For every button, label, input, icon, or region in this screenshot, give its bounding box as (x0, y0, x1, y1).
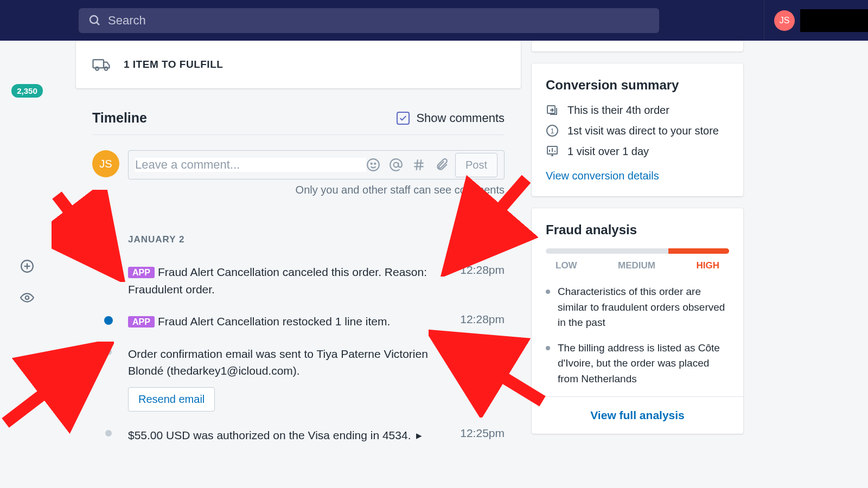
search-wrap[interactable] (79, 8, 659, 33)
attach-icon[interactable] (435, 158, 449, 172)
timeline-text: Fraud Alert Cancellation restocked 1 lin… (158, 315, 390, 328)
timeline-time: 12:25pm (460, 427, 505, 444)
conversion-card: Conversion summary This is their 4th ord… (532, 63, 743, 196)
show-comments-toggle[interactable]: Show comments (397, 111, 505, 125)
timeline-item: APPFraud Alert Cancellation restocked 1 … (76, 305, 521, 338)
svg-line-1 (97, 22, 99, 25)
svg-point-5 (25, 296, 29, 300)
side-column: Conversion summary This is their 4th ord… (532, 41, 760, 488)
svg-rect-6 (93, 60, 104, 68)
resend-email-button[interactable]: Resend email (128, 387, 215, 412)
conversion-item: 1 visit over 1 day (546, 145, 729, 158)
app-badge: APP (128, 316, 155, 328)
search-icon (88, 14, 101, 27)
add-icon[interactable] (20, 259, 34, 275)
timeline-time: 12:28pm (460, 313, 505, 330)
svg-point-10 (371, 163, 372, 164)
search-input[interactable] (108, 14, 649, 28)
post-button[interactable]: Post (455, 153, 497, 177)
truck-icon (92, 55, 112, 74)
app-badge: APP (128, 267, 155, 278)
eye-icon[interactable] (20, 291, 34, 307)
timeline-section: Timeline Show comments JS (76, 100, 521, 451)
topbar-right: JS (764, 0, 868, 41)
fraud-card: Fraud analysis LOWMEDIUMHIGH Characteris… (532, 208, 743, 434)
left-rail: 2,350 (0, 41, 54, 488)
redacted-name (800, 9, 868, 32)
svg-line-16 (420, 159, 421, 170)
svg-text:1: 1 (550, 127, 554, 135)
timeline-item: APPFraud Alert Cancellation canceled thi… (76, 256, 521, 305)
comment-hint: Only you and other staff can see comment… (76, 184, 521, 213)
timeline-text: Fraud Alert Cancellation canceled this o… (128, 266, 427, 296)
svg-point-7 (95, 67, 99, 70)
svg-point-9 (367, 159, 379, 171)
first-visit-icon: 1 (546, 124, 559, 137)
conversion-item: This is their 4th order (546, 104, 729, 117)
timeline-dot (105, 430, 112, 436)
svg-point-12 (394, 163, 399, 168)
fraud-item: Characteristics of this order are simila… (546, 284, 729, 331)
show-comments-label: Show comments (416, 111, 505, 125)
fulfill-card: 1 ITEM TO FULFILL (76, 41, 521, 88)
comment-input[interactable] (135, 158, 366, 172)
chart-icon (546, 145, 559, 158)
svg-point-0 (90, 16, 98, 23)
main-column: 1 ITEM TO FULFILL Timeline Show comments… (54, 41, 532, 488)
conversion-title: Conversion summary (546, 78, 729, 93)
svg-point-8 (105, 67, 108, 70)
fraud-labels: LOWMEDIUMHIGH (546, 260, 729, 271)
timeline-item: Order confirmation email was sent to Tiy… (76, 338, 521, 419)
timeline-text: $55.00 USD was authorized on the Visa en… (128, 429, 411, 441)
fraud-bar (546, 248, 729, 254)
repeat-icon (546, 104, 559, 117)
checkbox-icon (397, 112, 410, 125)
timeline-item: $55.00 USD was authorized on the Visa en… (76, 419, 521, 452)
mention-icon[interactable] (389, 158, 403, 172)
timeline-title: Timeline (92, 110, 147, 126)
timeline-dot (104, 316, 113, 325)
timeline-time: 12:28pm (460, 264, 505, 298)
timeline-dot (104, 267, 113, 275)
fraud-item: The billing address is listed as Côte d'… (546, 341, 729, 387)
timeline-dot (105, 349, 112, 355)
timeline-date: JANUARY 2 (76, 213, 521, 256)
caret-right-icon[interactable]: ▸ (416, 429, 422, 441)
fraud-title: Fraud analysis (546, 222, 729, 237)
svg-line-15 (417, 159, 418, 170)
side-card-stub (532, 41, 743, 52)
comment-avatar: JS (92, 150, 119, 177)
emoji-icon[interactable] (366, 158, 380, 172)
avatar-top[interactable]: JS (774, 10, 795, 31)
timeline-time: 12:25pm (460, 345, 505, 412)
topbar: JS (0, 0, 868, 41)
fulfill-text: 1 ITEM TO FULFILL (124, 59, 223, 70)
comment-box[interactable]: Post (128, 150, 505, 179)
timeline-text: Order confirmation email was sent to Tiy… (128, 348, 428, 377)
view-full-analysis[interactable]: View full analysis (532, 396, 743, 422)
order-count-badge[interactable]: 2,350 (11, 84, 43, 98)
conversion-link[interactable]: View conversion details (546, 170, 659, 182)
conversion-item: 1 1st visit was direct to your store (546, 124, 729, 137)
hash-icon[interactable] (412, 158, 426, 172)
svg-point-11 (374, 163, 375, 164)
